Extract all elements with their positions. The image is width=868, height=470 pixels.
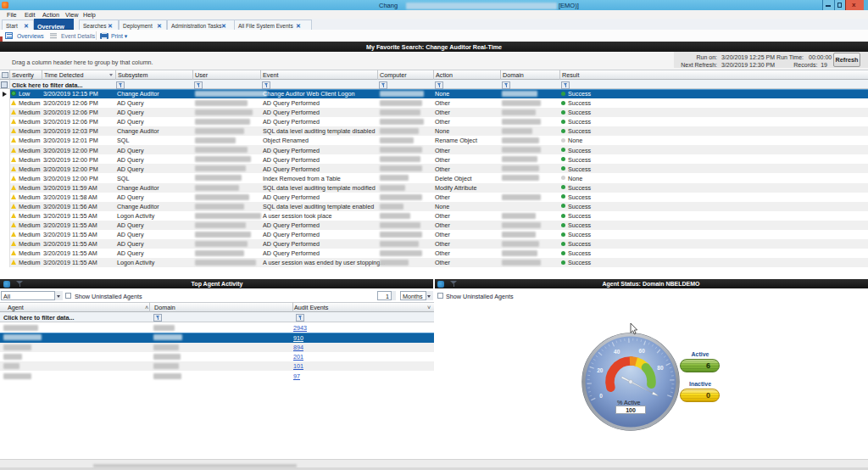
svg-text:80: 80 [657,365,664,371]
svg-text:0: 0 [599,392,603,398]
svg-text:40: 40 [614,349,620,355]
svg-text:20: 20 [597,367,604,373]
svg-text:60: 60 [638,348,645,354]
